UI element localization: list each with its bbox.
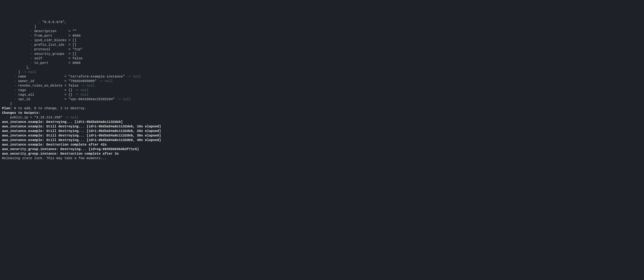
diff-outer-revoke_rules_on_delete: - revoke_rules_on_delete = false -> null xyxy=(2,83,642,88)
log-line-5: aws_instance.example: Destruction comple… xyxy=(2,142,642,147)
diff-attr-prefix_list_ids: - prefix_list_ids = [] xyxy=(2,43,642,47)
diff-outer-owner_id: - owner_id = "796834059009" -> null xyxy=(2,79,642,83)
log-line-0: aws_instance.example: Destroying... [id=… xyxy=(2,120,642,124)
log-line-1: aws_instance.example: Still destroying..… xyxy=(2,124,642,129)
diff-attr-protocol: - protocol = "tcp" xyxy=(2,47,642,52)
log-line-3: aws_instance.example: Still destroying..… xyxy=(2,133,642,138)
diff-outer-name: - name = "terraform-example-instance" ->… xyxy=(2,74,642,79)
diff-outer-tags_all: - tags_all = {} -> null xyxy=(2,92,642,97)
log-line-7: aws_security_group.instance: Destruction… xyxy=(2,152,642,156)
diff-attr-from_port: - from_port = 8080 xyxy=(2,34,642,38)
plan-line: Plan: 0 to add, 0 to change, 2 to destro… xyxy=(2,106,642,111)
log-line-4: aws_instance.example: Still destroying..… xyxy=(2,138,642,142)
changes-public-ip: - public_ip = "3.18.214.250" -> null xyxy=(2,115,642,120)
diff-final-close: } xyxy=(2,101,642,106)
diff-outer-tags: - tags = {} -> null xyxy=(2,88,642,92)
diff-attr-ipv6_cidr_blocks: - ipv6_cidr_blocks = [] xyxy=(2,38,642,43)
releasing-lock: Releasing state lock. This may take a fe… xyxy=(2,156,642,161)
diff-attr-to_port: - to_port = 8080 xyxy=(2,61,642,65)
diff-attr-security_groups: - security_groups = [] xyxy=(2,52,642,56)
diff-attr-self: - self = false xyxy=(2,56,642,61)
diff-cidr-close: ] xyxy=(2,24,642,29)
diff-cidr: - "0.0.0.0/0", xyxy=(2,20,642,24)
log-line-6: aws_security_group.instance: Destroying.… xyxy=(2,147,642,152)
diff-block-close: }, xyxy=(2,65,642,70)
terminal-output[interactable]: - "0.0.0.0/0", ] - description = "" - fr… xyxy=(2,20,642,161)
changes-heading: Changes to Outputs: xyxy=(2,111,642,115)
log-line-2: aws_instance.example: Still destroying..… xyxy=(2,129,642,133)
diff-list-close: ] -> null xyxy=(2,70,642,74)
diff-attr-description: - description = "" xyxy=(2,29,642,34)
diff-outer-vpc_id: - vpc_id = "vpc-064188eac25265284" -> nu… xyxy=(2,97,642,101)
